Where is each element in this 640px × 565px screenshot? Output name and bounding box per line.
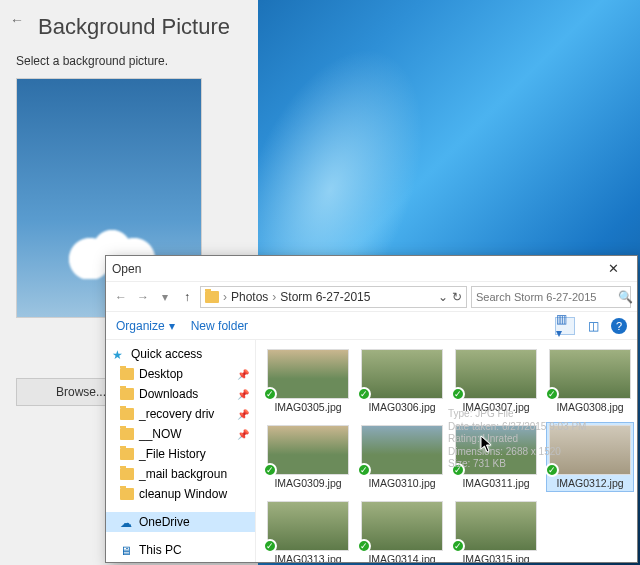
file-name: IMAG0306.jpg (368, 401, 435, 413)
pc-icon: 🖥 (120, 544, 134, 556)
search-icon[interactable]: 🔍 (618, 290, 633, 304)
tree-item[interactable]: Downloads📌 (106, 384, 255, 404)
help-icon[interactable]: ? (611, 318, 627, 334)
sync-check-icon: ✓ (263, 463, 277, 477)
nav-back-icon[interactable]: ← (112, 288, 130, 306)
star-icon: ★ (112, 348, 126, 360)
folder-icon (120, 448, 134, 460)
chevron-down-icon: ▾ (169, 319, 175, 333)
file-thumbnail[interactable]: ✓IMAG0312.jpg (546, 422, 634, 492)
sync-check-icon: ✓ (357, 463, 371, 477)
tree-label: Downloads (139, 387, 198, 401)
thumbnail-image (267, 349, 349, 399)
thumbnail-image (455, 349, 537, 399)
refresh-icon[interactable]: ↻ (452, 290, 462, 304)
pin-icon: 📌 (237, 409, 249, 420)
pin-icon: 📌 (237, 389, 249, 400)
sync-check-icon: ✓ (357, 539, 371, 553)
quick-access-header[interactable]: ★ Quick access (106, 344, 255, 364)
sync-check-icon: ✓ (451, 463, 465, 477)
thumbnail-image (267, 425, 349, 475)
file-thumbnail[interactable]: ✓IMAG0311.jpg (452, 422, 540, 492)
tree-label: cleanup Window (139, 487, 227, 501)
close-icon[interactable]: ✕ (595, 261, 631, 276)
file-thumbnail[interactable]: ✓IMAG0315.jpg (452, 498, 540, 562)
sync-check-icon: ✓ (451, 387, 465, 401)
preview-pane-icon[interactable]: ◫ (583, 317, 603, 335)
thumbnail-image (549, 425, 631, 475)
folder-icon (205, 291, 219, 303)
folder-icon (120, 488, 134, 500)
file-pane: ✓IMAG0305.jpg✓IMAG0306.jpg✓IMAG0307.jpg✓… (256, 340, 637, 562)
file-name: IMAG0313.jpg (274, 553, 341, 562)
file-name: IMAG0315.jpg (462, 553, 529, 562)
tree-item[interactable]: _mail backgroun (106, 464, 255, 484)
search-input[interactable] (476, 291, 614, 303)
file-thumbnail[interactable]: ✓IMAG0314.jpg (358, 498, 446, 562)
file-name: IMAG0309.jpg (274, 477, 341, 489)
file-name: IMAG0308.jpg (556, 401, 623, 413)
sync-check-icon: ✓ (451, 539, 465, 553)
file-thumbnail[interactable]: ✓IMAG0309.jpg (264, 422, 352, 492)
thumbnail-image (267, 501, 349, 551)
thumbnail-image (361, 349, 443, 399)
file-name: IMAG0312.jpg (556, 477, 623, 489)
tree-label: OneDrive (139, 515, 190, 529)
thumbnail-image (361, 425, 443, 475)
breadcrumb-folder[interactable]: Storm 6-27-2015 (280, 290, 370, 304)
tree-item[interactable]: cleanup Window (106, 484, 255, 504)
file-name: IMAG0311.jpg (462, 477, 529, 489)
nav-dropdown-icon[interactable]: ▾ (156, 288, 174, 306)
file-thumbnail[interactable]: ✓IMAG0308.jpg (546, 346, 634, 416)
quick-access-label: Quick access (131, 347, 202, 361)
dialog-toolbar: Organize▾ New folder ▥ ▾ ◫ ? (106, 312, 637, 340)
dialog-title: Open (112, 262, 595, 276)
tree-item[interactable]: Desktop📌 (106, 364, 255, 384)
tree-label: __NOW (139, 427, 182, 441)
address-dropdown-icon[interactable]: ⌄ (438, 290, 448, 304)
sync-check-icon: ✓ (545, 387, 559, 401)
pin-icon: 📌 (237, 369, 249, 380)
nav-tree: ★ Quick access Desktop📌Downloads📌_recove… (106, 340, 256, 562)
dialog-navbar: ← → ▾ ↑ › Photos › Storm 6-27-2015 ⌄ ↻ 🔍 (106, 282, 637, 312)
address-bar[interactable]: › Photos › Storm 6-27-2015 ⌄ ↻ (200, 286, 467, 308)
file-thumbnail[interactable]: ✓IMAG0306.jpg (358, 346, 446, 416)
tree-label: Desktop (139, 367, 183, 381)
back-arrow-icon[interactable]: ← (10, 12, 24, 28)
thumbnail-image (549, 349, 631, 399)
file-name: IMAG0307.jpg (462, 401, 529, 413)
nav-forward-icon: → (134, 288, 152, 306)
chevron-right-icon: › (223, 290, 227, 304)
tree-this-pc[interactable]: 🖥 This PC (106, 540, 255, 560)
folder-icon (120, 388, 134, 400)
dialog-titlebar: Open ✕ (106, 256, 637, 282)
tree-item[interactable]: _recovery driv📌 (106, 404, 255, 424)
nav-up-icon[interactable]: ↑ (178, 288, 196, 306)
thumbnail-image (455, 501, 537, 551)
folder-icon (120, 428, 134, 440)
sync-check-icon: ✓ (263, 387, 277, 401)
file-thumbnail[interactable]: ✓IMAG0307.jpg (452, 346, 540, 416)
open-file-dialog: Open ✕ ← → ▾ ↑ › Photos › Storm 6-27-201… (105, 255, 638, 563)
tree-item[interactable]: __NOW📌 (106, 424, 255, 444)
organize-menu[interactable]: Organize▾ (116, 319, 175, 333)
file-thumbnail[interactable]: ✓IMAG0305.jpg (264, 346, 352, 416)
search-box[interactable]: 🔍 (471, 286, 631, 308)
file-thumbnail[interactable]: ✓IMAG0310.jpg (358, 422, 446, 492)
new-folder-button[interactable]: New folder (191, 319, 248, 333)
tree-label: This PC (139, 543, 182, 557)
sync-check-icon: ✓ (545, 463, 559, 477)
pin-icon: 📌 (237, 429, 249, 440)
breadcrumb-root[interactable]: Photos (231, 290, 268, 304)
tree-onedrive[interactable]: ☁ OneDrive (106, 512, 255, 532)
tree-label: _File History (139, 447, 206, 461)
view-options-icon[interactable]: ▥ ▾ (555, 317, 575, 335)
folder-icon (120, 468, 134, 480)
tree-label: _mail backgroun (139, 467, 227, 481)
file-name: IMAG0305.jpg (274, 401, 341, 413)
tree-item[interactable]: _File History (106, 444, 255, 464)
panel-subtitle: Select a background picture. (16, 54, 242, 68)
thumbnail-image (455, 425, 537, 475)
cloud-icon: ☁ (120, 516, 134, 528)
file-thumbnail[interactable]: ✓IMAG0313.jpg (264, 498, 352, 562)
